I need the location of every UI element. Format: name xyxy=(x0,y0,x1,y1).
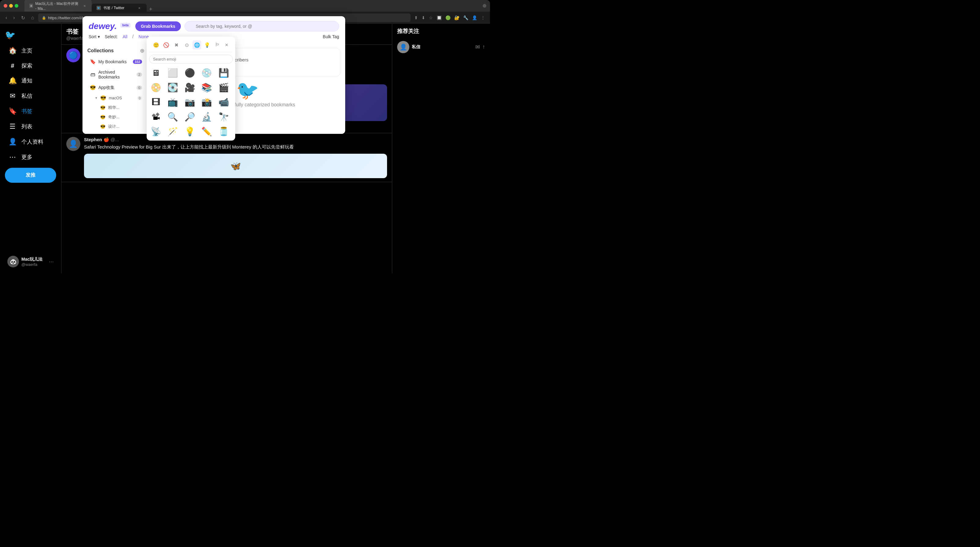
right-user-avatar: 👤 xyxy=(397,41,409,53)
profile-label: 个人资料 xyxy=(21,138,43,145)
emoji-tab-circle[interactable]: ⊙ xyxy=(182,40,191,49)
archived-count: 2 xyxy=(137,72,142,77)
emoji-tab-cross[interactable]: ✖ xyxy=(172,40,181,49)
home-icon: 🏠 xyxy=(8,47,16,55)
emoji-white-square[interactable]: ⬜ xyxy=(166,66,180,80)
emoji-camera[interactable]: 📷 xyxy=(183,95,196,109)
sidebar-item-messages[interactable]: ✉ 私信 xyxy=(5,89,56,103)
sort-button[interactable]: Sort ▾ xyxy=(89,34,100,39)
browser-titlebar: 🖥 Mac玩儿法 - Mac软件评测 - Ma... ✕ 🐦 书签 / Twit… xyxy=(0,0,490,12)
sidebar-item-lists[interactable]: ☰ 列表 xyxy=(5,120,56,134)
extension-icon-1[interactable]: 🔲 xyxy=(435,14,443,21)
emoji-floppy[interactable]: 💾 xyxy=(217,66,230,80)
archive-icon: 🗃 xyxy=(90,72,96,77)
download-icon[interactable]: ⬇ xyxy=(420,14,426,21)
emoji-cd[interactable]: 💿 xyxy=(200,66,213,80)
bookmarks-label: 书签 xyxy=(21,108,32,115)
emoji-dvd[interactable]: 📀 xyxy=(149,81,162,94)
extension-icon-2[interactable]: 🟢 xyxy=(444,14,452,21)
emoji-mag-left[interactable]: 🔎 xyxy=(183,110,196,123)
bulk-tag-button[interactable]: Bulk Tag xyxy=(323,34,339,39)
sidebar-item-profile[interactable]: 👤 个人资料 xyxy=(5,135,56,149)
sidebar-item-notifications[interactable]: 🔔 通知 xyxy=(5,73,56,88)
tab-label-twitter: 书签 / Twitter xyxy=(103,5,124,11)
browser-circle-btn xyxy=(483,4,486,8)
share-icon[interactable]: ⬆ xyxy=(413,14,419,21)
close-button[interactable] xyxy=(4,4,7,8)
twitter-right-panel: 推荐关注 👤 私信 ✉ ↑ xyxy=(392,24,490,273)
emoji-wand[interactable]: 🪄 xyxy=(166,125,180,138)
select-all-link[interactable]: All xyxy=(123,34,128,39)
emoji-picker: 🙂 🚫 ✖ ⊙ 🌐 💡 🏳 ✕ 🖥 ⬜ ⚫ 💿 💾 📀 💽 🎥 📚 🎬 🎞 📺 … xyxy=(146,37,235,140)
emoji-black-circle[interactable]: ⚫ xyxy=(183,66,196,80)
bookmark-star-icon[interactable]: ☆ xyxy=(428,14,434,21)
tweet-avatar-stephen: 👤 xyxy=(66,137,80,151)
collections-title: Collections xyxy=(88,48,114,53)
extension-icon-3[interactable]: 🔐 xyxy=(453,14,461,21)
emoji-monitor[interactable]: 🖥 xyxy=(149,66,162,80)
emoji-movie-camera[interactable]: 🎥 xyxy=(183,81,196,94)
emoji-tab-smiley[interactable]: 🙂 xyxy=(151,40,161,49)
messages-label: 私信 xyxy=(21,92,32,100)
sidebar-subitem-3[interactable]: 😎 设计... xyxy=(85,122,147,131)
emoji-jar[interactable]: 🫙 xyxy=(217,125,230,138)
emoji-clapper[interactable]: 🎬 xyxy=(217,81,230,94)
emoji-projector[interactable]: 📽 xyxy=(149,110,162,123)
message-icon[interactable]: ✉ xyxy=(475,44,480,50)
menu-icon[interactable]: ⋮ xyxy=(480,14,486,21)
tab-twitter[interactable]: 🐦 书签 / Twitter ✕ xyxy=(92,4,146,13)
emoji-close-button[interactable]: ✕ xyxy=(223,41,230,49)
tab-favicon-twitter: 🐦 xyxy=(97,6,101,10)
emoji-tab-flag[interactable]: 🏳 xyxy=(213,40,222,49)
my-bookmarks-label: My Bookmarks xyxy=(99,59,130,64)
forward-button[interactable]: › xyxy=(11,14,16,22)
tab-close-twitter[interactable]: ✕ xyxy=(137,5,142,10)
emoji-books[interactable]: 📚 xyxy=(200,81,213,94)
sidebar-subitem-1[interactable]: 😎 精华... xyxy=(85,103,147,112)
emoji-search-input[interactable] xyxy=(149,55,233,64)
sidebar-item-home[interactable]: 🏠 主页 xyxy=(5,44,56,58)
sub-label-1: 精华... xyxy=(108,105,119,110)
sidebar-item-my-bookmarks[interactable]: 🔖 My Bookmarks 332 xyxy=(85,56,147,67)
twitter-profile[interactable]: 🐼 Mac玩儿法 @waerfa ⋯ xyxy=(5,254,56,270)
profile-handle: @waerfa xyxy=(21,262,46,267)
sidebar-item-app-collection[interactable]: 😎 App收集 0 xyxy=(85,82,147,93)
emoji-minidisc[interactable]: 💽 xyxy=(166,81,180,94)
sub-label-2: 奇妙... xyxy=(108,114,119,120)
tab-mac[interactable]: 🖥 Mac玩儿法 - Mac软件评测 - Ma... ✕ xyxy=(24,0,92,13)
emoji-tv[interactable]: 📺 xyxy=(166,95,180,109)
back-button[interactable]: ‹ xyxy=(4,14,9,22)
sidebar-item-explore[interactable]: # 探索 xyxy=(5,59,56,72)
extension-icon-4[interactable]: 🔧 xyxy=(462,14,469,21)
dewey-search-input[interactable] xyxy=(185,21,339,32)
tab-label-mac: Mac玩儿法 - Mac软件评测 - Ma... xyxy=(35,1,80,11)
home-button[interactable]: ⌂ xyxy=(29,14,36,22)
sidebar-subitem-2[interactable]: 😎 奇妙... xyxy=(85,112,147,122)
sidebar-subitem-macos[interactable]: ▼ 😎 macOS 0 xyxy=(85,93,147,103)
emoji-pencil[interactable]: ✏️ xyxy=(200,125,213,138)
emoji-tab-light[interactable]: 💡 xyxy=(202,40,212,49)
tab-close-mac[interactable]: ✕ xyxy=(83,3,87,8)
minimize-button[interactable] xyxy=(9,4,13,8)
sidebar-item-more[interactable]: ⋯ 更多 xyxy=(5,150,56,164)
emoji-mag-right[interactable]: 🔍 xyxy=(166,110,180,123)
emoji-satellite[interactable]: 📡 xyxy=(149,125,162,138)
reload-button[interactable]: ↻ xyxy=(19,14,27,22)
emoji-microscope[interactable]: 🔬 xyxy=(200,110,213,123)
sidebar-item-archived[interactable]: 🗃 Archived Bookmarks 2 xyxy=(85,67,147,82)
profile-avatar-btn[interactable]: 👤 xyxy=(471,14,478,21)
arrow-icon[interactable]: ↑ xyxy=(482,44,485,50)
emoji-camera-flash[interactable]: 📸 xyxy=(200,95,213,109)
maximize-button[interactable] xyxy=(15,4,18,8)
grab-bookmarks-button[interactable]: Grab Bookmarks xyxy=(135,21,181,31)
emoji-tab-globe[interactable]: 🌐 xyxy=(192,40,201,49)
emoji-lightbulb[interactable]: 💡 xyxy=(183,125,196,138)
sub-emoji-3: 😎 xyxy=(100,124,106,129)
sidebar-item-bookmarks[interactable]: 🔖 书签 xyxy=(5,104,56,118)
add-collection-button[interactable]: ⊕ xyxy=(140,47,145,54)
emoji-clapper2[interactable]: 🎞 xyxy=(149,95,162,109)
emoji-video-camera[interactable]: 📹 xyxy=(217,95,230,109)
emoji-tab-nature[interactable]: 🚫 xyxy=(162,40,170,49)
tweet-button[interactable]: 发推 xyxy=(5,168,56,183)
emoji-telescope[interactable]: 🔭 xyxy=(217,110,230,123)
